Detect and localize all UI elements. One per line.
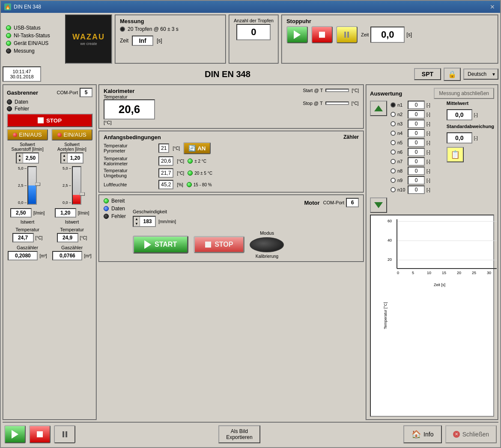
bottom-stop-button[interactable]: [29, 425, 51, 443]
export-button[interactable]: Als Bild Exportieren: [218, 425, 260, 443]
logo-main: WAZAU: [72, 33, 105, 42]
n2-radio[interactable]: [391, 112, 396, 117]
gas-ein-button-2[interactable]: EIN/AUS: [51, 129, 92, 140]
n4-label: n4: [397, 131, 406, 136]
geschw-unit: [mm/min]: [158, 219, 176, 224]
stop-t-input[interactable]: [325, 102, 349, 105]
window-close-button[interactable]: ✕: [490, 3, 497, 10]
stoppuhr-panel: Stoppuhr Zeit: [281, 15, 498, 64]
ein-led-1: [13, 133, 17, 137]
com-port-value: 5: [80, 88, 92, 97]
geschw-up[interactable]: ▲: [134, 217, 140, 221]
stoppuhr-play-button[interactable]: [286, 26, 308, 43]
n-row-7: n70[-]: [391, 157, 443, 166]
sollwert1-input[interactable]: ▲ ▼ 2,50: [16, 152, 39, 164]
mittelwert-display: 0,0: [447, 109, 472, 120]
gas-slider-thumb-2[interactable]: [80, 192, 85, 196]
sollwert2-down[interactable]: ▼: [61, 158, 67, 163]
arrow-up-icon: [374, 105, 383, 111]
motor-daten-label: Daten: [111, 206, 125, 212]
close-button[interactable]: ✕ Schließen: [445, 425, 497, 443]
main-window: 🔥 DIN EN 348 ✕ USB-Status NI-Tasks-Statu…: [0, 0, 501, 448]
sollwert2-up[interactable]: ▲: [61, 153, 67, 158]
zaehler1-unit: [m³]: [39, 254, 47, 258]
close-x-icon: ✕: [453, 431, 460, 438]
lock-button[interactable]: 🔒: [444, 68, 461, 81]
gas-stop-button[interactable]: STOP: [7, 113, 92, 127]
title-bar: 🔥 DIN EN 348 ✕: [1, 1, 500, 13]
sollwert1-down[interactable]: ▼: [17, 158, 23, 163]
n-row-9: n90[-]: [391, 176, 443, 185]
n10-radio[interactable]: [391, 187, 396, 192]
messung-radio[interactable]: [120, 27, 125, 32]
bottom-play-button[interactable]: [4, 425, 26, 443]
n-row-8: n80[-]: [391, 167, 443, 175]
motor-stop-button[interactable]: STOP: [194, 236, 245, 253]
refresh-icon: 🔄: [188, 145, 196, 152]
usb-status-label: USB-Status: [14, 25, 41, 31]
n-scroll-up-button[interactable]: [370, 101, 387, 116]
n8-radio[interactable]: [391, 168, 396, 173]
motor-title: Motor: [304, 200, 319, 206]
geschw-value: 183: [140, 218, 155, 225]
stoppuhr-stop-button[interactable]: [311, 26, 333, 43]
n6-radio[interactable]: [391, 149, 396, 155]
n9-radio[interactable]: [391, 178, 396, 183]
geschw-down[interactable]: ▼: [134, 221, 140, 226]
sollwert2-label: SollwertAcetylen [l/min]: [57, 142, 86, 152]
n6-label: n6: [397, 149, 406, 155]
motor-bereit-label: Bereit: [111, 198, 125, 204]
bottom-pause-button[interactable]: [54, 425, 75, 443]
com-port-label: COM-Port: [57, 90, 78, 95]
n4-radio[interactable]: [391, 131, 396, 136]
svg-text:25: 25: [472, 271, 476, 275]
main-title: DIN EN 348: [44, 69, 412, 79]
n8-unit: [-]: [426, 169, 430, 173]
logo-box: WAZAU we create: [65, 15, 112, 64]
gas-ein-button-1[interactable]: EIN/AUS: [7, 129, 48, 140]
geraet-label: Gerät EIN/AUS: [14, 40, 48, 46]
start-t-input[interactable]: [325, 89, 349, 92]
stoppuhr-pause-button[interactable]: [336, 26, 358, 43]
usb-status-led: [6, 25, 11, 30]
stoppuhr-zeit-display: 0,0: [370, 27, 405, 43]
temp1-unit: [°C]: [36, 236, 43, 240]
motor-start-button[interactable]: START: [133, 236, 188, 254]
n1-radio[interactable]: [391, 102, 396, 108]
n7-value: 0: [408, 157, 425, 166]
n-scroll-down-button[interactable]: [370, 197, 387, 213]
n10-value: 0: [408, 185, 425, 194]
n7-unit: [-]: [426, 159, 430, 164]
temp-pyrometer-input[interactable]: 21: [158, 143, 169, 153]
gas-slider-thumb-1[interactable]: [35, 182, 40, 186]
geschw-input[interactable]: ▲ ▼ 183: [133, 216, 156, 227]
messung-zeit-label: Zeit: [120, 38, 128, 44]
kalo-title: Kalorimeter: [104, 88, 155, 94]
n-row-6: n60[-]: [391, 148, 443, 156]
stoppuhr-zeit-unit: [s]: [406, 32, 412, 38]
zaehler-an-button[interactable]: 🔄 AN: [183, 142, 211, 154]
info-button[interactable]: 🏠 Info: [403, 425, 442, 443]
chart-y-label: Temperatur [°C]: [383, 302, 388, 329]
n5-radio[interactable]: [391, 140, 396, 145]
notes-button[interactable]: 📋: [447, 147, 464, 162]
n7-radio[interactable]: [391, 159, 396, 164]
mittelwert-label: Mittelwert: [447, 101, 468, 106]
luftfeuchte-status-led: [187, 182, 192, 187]
stop-t-label: Stop @ T: [303, 101, 322, 106]
sollwert2-input[interactable]: ▲ ▼ 1,20: [60, 152, 84, 164]
temp-umgeb-status: 20 ± 5 °C: [194, 171, 212, 176]
language-dropdown-btn[interactable]: ▼: [490, 70, 498, 78]
temp2-display: 24,9: [57, 233, 78, 242]
messung-zeit-display: Inf: [132, 36, 153, 46]
messung-abschliessen-button[interactable]: Messung abschließen: [434, 88, 494, 99]
temp-umgeb-label: TemperaturUmgebung: [104, 168, 155, 178]
gasbrenner-panel: Gasbrenner COM-Port 5 Daten: [3, 84, 97, 420]
temp1-label: Temperatur: [15, 227, 39, 232]
n3-radio[interactable]: [391, 121, 396, 126]
stop-t-unit: [°C]: [352, 101, 359, 106]
sollwert1-up[interactable]: ▲: [17, 153, 23, 158]
temp-kalo-display: 20,6: [158, 156, 173, 166]
n4-unit: [-]: [426, 131, 430, 136]
spt-button[interactable]: SPT: [414, 68, 441, 80]
